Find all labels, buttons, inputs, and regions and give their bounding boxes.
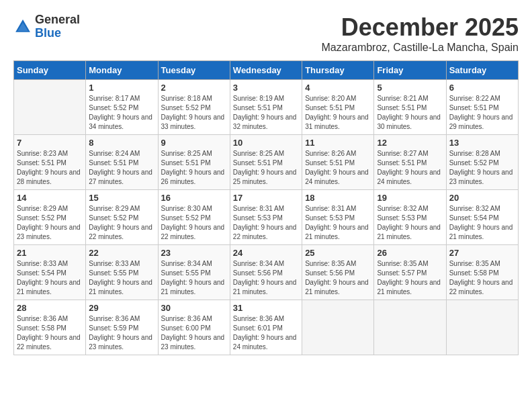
calendar-cell: 3Sunrise: 8:19 AMSunset: 5:51 PMDaylight… — [230, 80, 302, 135]
day-info: Sunrise: 8:31 AMSunset: 5:53 PMDaylight:… — [233, 204, 299, 242]
calendar-cell: 8Sunrise: 8:24 AMSunset: 5:51 PMDaylight… — [86, 135, 158, 190]
day-number: 7 — [17, 138, 83, 148]
day-number: 27 — [449, 248, 515, 258]
calendar-cell: 13Sunrise: 8:28 AMSunset: 5:52 PMDayligh… — [446, 135, 518, 190]
day-number: 8 — [89, 138, 154, 148]
day-info: Sunrise: 8:27 AMSunset: 5:51 PMDaylight:… — [377, 149, 443, 187]
day-info: Sunrise: 8:24 AMSunset: 5:51 PMDaylight:… — [89, 149, 154, 187]
day-number: 5 — [377, 83, 443, 93]
day-number: 29 — [89, 303, 154, 313]
day-info: Sunrise: 8:25 AMSunset: 5:51 PMDaylight:… — [161, 149, 227, 187]
calendar-week-row: 7Sunrise: 8:23 AMSunset: 5:51 PMDaylight… — [14, 135, 519, 190]
calendar-cell: 11Sunrise: 8:26 AMSunset: 5:51 PMDayligh… — [302, 135, 374, 190]
logo-blue: Blue — [35, 26, 61, 40]
calendar-cell: 9Sunrise: 8:25 AMSunset: 5:51 PMDaylight… — [158, 135, 230, 190]
day-info: Sunrise: 8:18 AMSunset: 5:52 PMDaylight:… — [161, 94, 227, 132]
calendar-cell: 21Sunrise: 8:33 AMSunset: 5:54 PMDayligh… — [14, 245, 86, 300]
day-info: Sunrise: 8:35 AMSunset: 5:58 PMDaylight:… — [449, 259, 515, 297]
day-number: 6 — [449, 83, 515, 93]
day-number: 11 — [305, 138, 371, 148]
calendar-header-monday: Monday — [86, 61, 158, 80]
calendar-header-row: SundayMondayTuesdayWednesdayThursdayFrid… — [14, 61, 519, 80]
day-number: 15 — [89, 193, 154, 203]
day-info: Sunrise: 8:28 AMSunset: 5:52 PMDaylight:… — [449, 149, 515, 187]
day-info: Sunrise: 8:21 AMSunset: 5:51 PMDaylight:… — [377, 94, 443, 132]
calendar-header-saturday: Saturday — [446, 61, 518, 80]
day-info: Sunrise: 8:32 AMSunset: 5:54 PMDaylight:… — [449, 204, 515, 242]
calendar-cell: 12Sunrise: 8:27 AMSunset: 5:51 PMDayligh… — [374, 135, 446, 190]
title-area: December 2025 Mazarambroz, Castille-La M… — [322, 13, 519, 54]
day-number: 23 — [161, 248, 227, 258]
day-number: 31 — [233, 303, 299, 313]
day-info: Sunrise: 8:31 AMSunset: 5:53 PMDaylight:… — [305, 204, 371, 242]
day-info: Sunrise: 8:25 AMSunset: 5:51 PMDaylight:… — [233, 149, 299, 187]
header: General Blue December 2025 Mazarambroz, … — [13, 13, 519, 54]
location-subtitle: Mazarambroz, Castille-La Mancha, Spain — [322, 42, 519, 54]
day-info: Sunrise: 8:36 AMSunset: 6:00 PMDaylight:… — [161, 314, 227, 352]
day-info: Sunrise: 8:34 AMSunset: 5:56 PMDaylight:… — [233, 259, 299, 297]
calendar-cell: 24Sunrise: 8:34 AMSunset: 5:56 PMDayligh… — [230, 245, 302, 300]
day-number: 2 — [161, 83, 227, 93]
calendar-cell: 1Sunrise: 8:17 AMSunset: 5:52 PMDaylight… — [86, 80, 158, 135]
logo-icon — [13, 17, 32, 36]
day-info: Sunrise: 8:29 AMSunset: 5:52 PMDaylight:… — [17, 204, 83, 242]
calendar-cell: 5Sunrise: 8:21 AMSunset: 5:51 PMDaylight… — [374, 80, 446, 135]
calendar-cell — [302, 300, 374, 355]
calendar-header-sunday: Sunday — [14, 61, 86, 80]
day-info: Sunrise: 8:35 AMSunset: 5:56 PMDaylight:… — [305, 259, 371, 297]
day-info: Sunrise: 8:34 AMSunset: 5:55 PMDaylight:… — [161, 259, 227, 297]
calendar-cell: 19Sunrise: 8:32 AMSunset: 5:53 PMDayligh… — [374, 190, 446, 245]
calendar-cell: 10Sunrise: 8:25 AMSunset: 5:51 PMDayligh… — [230, 135, 302, 190]
day-number: 1 — [89, 83, 154, 93]
day-number: 13 — [449, 138, 515, 148]
calendar-cell — [374, 300, 446, 355]
calendar-cell: 25Sunrise: 8:35 AMSunset: 5:56 PMDayligh… — [302, 245, 374, 300]
calendar-header-thursday: Thursday — [302, 61, 374, 80]
day-number: 10 — [233, 138, 299, 148]
day-info: Sunrise: 8:36 AMSunset: 5:59 PMDaylight:… — [89, 314, 154, 352]
day-number: 20 — [449, 193, 515, 203]
month-title: December 2025 — [322, 13, 519, 42]
day-info: Sunrise: 8:33 AMSunset: 5:54 PMDaylight:… — [17, 259, 83, 297]
calendar-cell: 2Sunrise: 8:18 AMSunset: 5:52 PMDaylight… — [158, 80, 230, 135]
calendar-cell: 17Sunrise: 8:31 AMSunset: 5:53 PMDayligh… — [230, 190, 302, 245]
calendar-week-row: 21Sunrise: 8:33 AMSunset: 5:54 PMDayligh… — [14, 245, 519, 300]
day-info: Sunrise: 8:22 AMSunset: 5:51 PMDaylight:… — [449, 94, 515, 132]
day-number: 4 — [305, 83, 371, 93]
day-number: 26 — [377, 248, 443, 258]
calendar-cell: 27Sunrise: 8:35 AMSunset: 5:58 PMDayligh… — [446, 245, 518, 300]
day-info: Sunrise: 8:36 AMSunset: 5:58 PMDaylight:… — [17, 314, 83, 352]
calendar-cell: 28Sunrise: 8:36 AMSunset: 5:58 PMDayligh… — [14, 300, 86, 355]
logo-text: General Blue — [35, 13, 80, 40]
calendar-header-friday: Friday — [374, 61, 446, 80]
calendar-header-tuesday: Tuesday — [158, 61, 230, 80]
calendar-week-row: 1Sunrise: 8:17 AMSunset: 5:52 PMDaylight… — [14, 80, 519, 135]
day-number: 30 — [161, 303, 227, 313]
day-number: 24 — [233, 248, 299, 258]
day-info: Sunrise: 8:26 AMSunset: 5:51 PMDaylight:… — [305, 149, 371, 187]
logo-general: General — [35, 13, 80, 26]
calendar-table: SundayMondayTuesdayWednesdayThursdayFrid… — [13, 60, 519, 355]
calendar-cell: 26Sunrise: 8:35 AMSunset: 5:57 PMDayligh… — [374, 245, 446, 300]
day-info: Sunrise: 8:29 AMSunset: 5:52 PMDaylight:… — [89, 204, 154, 242]
day-number: 18 — [305, 193, 371, 203]
day-number: 22 — [89, 248, 154, 258]
calendar-header-wednesday: Wednesday — [230, 61, 302, 80]
calendar-week-row: 28Sunrise: 8:36 AMSunset: 5:58 PMDayligh… — [14, 300, 519, 355]
day-number: 16 — [161, 193, 227, 203]
day-info: Sunrise: 8:20 AMSunset: 5:51 PMDaylight:… — [305, 94, 371, 132]
calendar-cell: 20Sunrise: 8:32 AMSunset: 5:54 PMDayligh… — [446, 190, 518, 245]
calendar-week-row: 14Sunrise: 8:29 AMSunset: 5:52 PMDayligh… — [14, 190, 519, 245]
day-info: Sunrise: 8:33 AMSunset: 5:55 PMDaylight:… — [89, 259, 154, 297]
day-number: 3 — [233, 83, 299, 93]
day-number: 28 — [17, 303, 83, 313]
day-info: Sunrise: 8:36 AMSunset: 6:01 PMDaylight:… — [233, 314, 299, 352]
day-number: 17 — [233, 193, 299, 203]
day-info: Sunrise: 8:23 AMSunset: 5:51 PMDaylight:… — [17, 149, 83, 187]
calendar-cell — [14, 80, 86, 135]
calendar-cell: 15Sunrise: 8:29 AMSunset: 5:52 PMDayligh… — [86, 190, 158, 245]
calendar-cell: 4Sunrise: 8:20 AMSunset: 5:51 PMDaylight… — [302, 80, 374, 135]
calendar-cell: 7Sunrise: 8:23 AMSunset: 5:51 PMDaylight… — [14, 135, 86, 190]
day-info: Sunrise: 8:32 AMSunset: 5:53 PMDaylight:… — [377, 204, 443, 242]
day-number: 25 — [305, 248, 371, 258]
